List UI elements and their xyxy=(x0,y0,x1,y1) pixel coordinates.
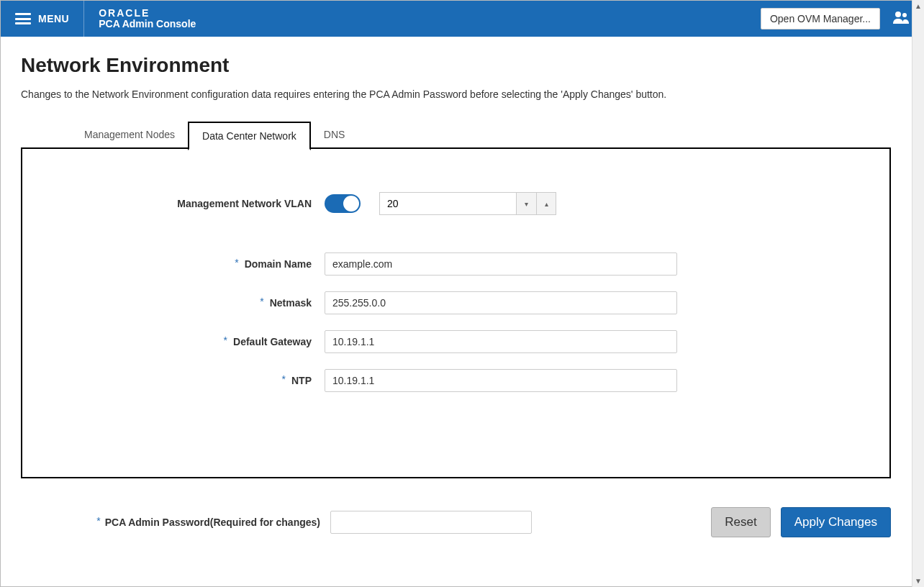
row-gateway: * Default Gateway xyxy=(65,330,846,353)
required-icon: * xyxy=(282,373,286,385)
menu-button[interactable]: MENU xyxy=(1,1,84,37)
svg-point-0 xyxy=(895,12,901,17)
ntp-input[interactable] xyxy=(325,369,677,392)
hamburger-icon xyxy=(15,13,31,24)
netmask-label: Netmask xyxy=(270,297,312,309)
chevron-up-icon: ▴ xyxy=(545,200,548,208)
gateway-input[interactable] xyxy=(325,330,677,353)
open-ovm-manager-button[interactable]: Open OVM Manager... xyxy=(761,8,880,29)
domain-label: Domain Name xyxy=(245,258,312,270)
scroll-up-icon[interactable]: ▲ xyxy=(912,0,924,12)
vlan-toggle[interactable] xyxy=(325,194,361,213)
password-input[interactable] xyxy=(330,511,532,534)
row-ntp: * NTP xyxy=(65,369,846,392)
tab-management-nodes[interactable]: Management Nodes xyxy=(71,122,188,150)
vlan-stepper: ▾ ▴ xyxy=(379,192,556,215)
vlan-input[interactable] xyxy=(379,192,516,215)
chevron-down-icon: ▾ xyxy=(525,200,528,208)
gateway-label: Default Gateway xyxy=(233,336,312,347)
tab-dns[interactable]: DNS xyxy=(311,122,358,150)
vlan-step-down[interactable]: ▾ xyxy=(516,192,536,215)
tabs-container: Management Nodes Data Center Network DNS… xyxy=(71,120,891,478)
top-bar: MENU ORACLE PCA Admin Console Open OVM M… xyxy=(1,1,923,37)
tab-panel: Management Network VLAN ▾ ▴ xyxy=(21,147,891,478)
footer-row: * PCA Admin Password(Required for change… xyxy=(21,507,891,537)
users-icon[interactable] xyxy=(893,11,909,27)
scrollbar[interactable]: ▲ ▼ xyxy=(912,0,924,587)
password-label: PCA Admin Password(Required for changes) xyxy=(105,517,320,528)
brand-sub: PCA Admin Console xyxy=(99,19,196,29)
required-icon: * xyxy=(260,296,263,307)
netmask-input[interactable] xyxy=(325,291,677,314)
toggle-knob-icon xyxy=(343,196,359,211)
menu-label: MENU xyxy=(38,13,69,24)
domain-input[interactable] xyxy=(325,252,677,276)
page-title: Network Environment xyxy=(21,54,891,77)
brand: ORACLE PCA Admin Console xyxy=(84,8,196,30)
ntp-label: NTP xyxy=(291,375,312,386)
scroll-down-icon[interactable]: ▼ xyxy=(912,575,924,587)
reset-button[interactable]: Reset xyxy=(711,507,770,537)
required-icon: * xyxy=(96,515,100,527)
apply-changes-button[interactable]: Apply Changes xyxy=(781,507,891,537)
page-description: Changes to the Network Environment confi… xyxy=(21,88,891,100)
tab-data-center-network[interactable]: Data Center Network xyxy=(188,122,311,150)
row-domain: * Domain Name xyxy=(65,252,846,276)
brand-top: ORACLE xyxy=(99,8,196,19)
row-vlan: Management Network VLAN ▾ ▴ xyxy=(65,192,846,215)
vlan-step-up[interactable]: ▴ xyxy=(536,192,556,215)
svg-point-1 xyxy=(902,13,907,17)
tabs: Management Nodes Data Center Network DNS xyxy=(71,120,891,149)
required-icon: * xyxy=(235,257,238,268)
vlan-label: Management Network VLAN xyxy=(177,198,312,209)
row-netmask: * Netmask xyxy=(65,291,846,314)
required-icon: * xyxy=(224,335,227,346)
page-content: Network Environment Changes to the Netwo… xyxy=(1,37,911,555)
